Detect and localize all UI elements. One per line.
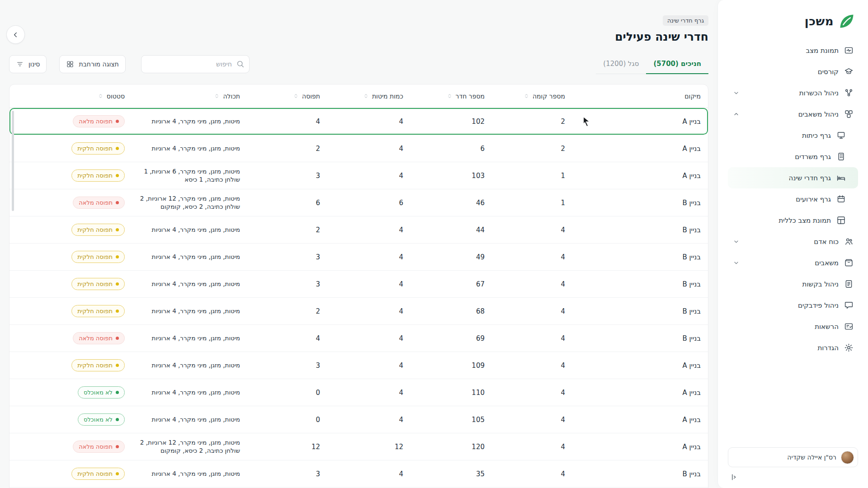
- cell-status: תפוסה מלאה: [9, 115, 132, 127]
- table-row[interactable]: בניין B44943מיטות, מזגן, מיני מקרר, 4 אר…: [9, 244, 708, 271]
- cell-room-number: 103: [410, 172, 492, 180]
- sidebar-item[interactable]: ניהול פידבקים: [728, 295, 858, 316]
- sort-icon[interactable]: [363, 93, 369, 99]
- status-label: תפוסה חלקית: [77, 281, 113, 287]
- cell-status: לא מאוכלס: [9, 386, 132, 399]
- cell-beds: 4: [327, 334, 410, 343]
- cell-contents: מיטות, מזגן, מיני מקרר, 4 ארוניות: [132, 145, 247, 153]
- status-badge: תפוסה מלאה: [73, 441, 125, 453]
- cell-location: בניין A: [572, 361, 708, 370]
- status-label: תפוסה חלקית: [77, 253, 113, 260]
- expanded-view-button[interactable]: תצוגה מורחבת: [59, 55, 125, 73]
- sidebar-item[interactable]: תמונת מצב: [728, 40, 858, 61]
- table-row[interactable]: בניין A41201212מיטות, מזגן, מיני מקרר, 1…: [9, 433, 708, 460]
- table-row[interactable]: בניין A2642מיטות, מזגן, מיני מקרר, 4 ארו…: [9, 135, 708, 162]
- chevron-down-icon[interactable]: [732, 259, 740, 267]
- filter-icon: [16, 60, 24, 68]
- status-label: תפוסה מלאה: [79, 199, 113, 206]
- sidebar-item[interactable]: גרף משרדים: [728, 146, 858, 167]
- app-root: משכן תמונת מצבקורסיםניהול הכשרותניהול מש…: [0, 0, 868, 488]
- column-header: מיקום: [572, 93, 708, 100]
- cell-location: בניין B: [572, 199, 708, 207]
- cell-room-number: 68: [410, 307, 492, 315]
- sidebar-item-label: גרף כיתות: [802, 131, 831, 140]
- cell-room-number: 67: [410, 280, 492, 288]
- sort-icon[interactable]: [447, 93, 453, 99]
- sidebar-item-label: גרף אירועים: [796, 195, 831, 203]
- cell-room-number: 109: [410, 361, 492, 370]
- user-chip[interactable]: רס"ן איילה שקדיה: [728, 447, 858, 467]
- table-row[interactable]: בניין A210244מיטות, מזגן, מיני מקרר, 4 א…: [9, 108, 708, 135]
- table-row[interactable]: בניין B46944מיטות, מזגן, מיני מקרר, 4 אר…: [9, 325, 708, 352]
- chevron-down-icon[interactable]: [732, 89, 740, 97]
- table-row[interactable]: בניין B46842מיטות, מזגן, מיני מקרר, 4 אר…: [9, 298, 708, 325]
- cell-contents: מיטות, מזגן, מיני מקרר, 4 ארוניות: [132, 280, 247, 288]
- cell-location: בניין B: [572, 226, 708, 234]
- table-body: בניין A210244מיטות, מזגן, מיני מקרר, 4 א…: [9, 108, 708, 488]
- sort-icon[interactable]: [524, 93, 529, 99]
- sidebar-item[interactable]: גרף כיתות: [728, 125, 858, 146]
- sidebar-item[interactable]: תמונת מצב כללית: [728, 210, 858, 231]
- column-header[interactable]: מספר קומה: [492, 93, 572, 100]
- table-row[interactable]: בניין B44442מיטות, מזגן, מיני מקרר, 4 אר…: [9, 216, 708, 244]
- sidebar-item[interactable]: ניהול הכשרות: [728, 82, 858, 103]
- table-row[interactable]: בניין A110343מיטות, מזגן, מיני מקרר, 6 א…: [9, 162, 708, 189]
- table-row[interactable]: בניין B14666מיטות, מזגן, מיני מקרר, 12 א…: [9, 189, 708, 216]
- status-label: תפוסה חלקית: [77, 172, 113, 179]
- table-row[interactable]: בניין B43543מיטות, מזגן, מיני מקרר, 4 אר…: [9, 460, 708, 488]
- column-header[interactable]: תפוסה: [247, 93, 327, 100]
- chevron-down-icon[interactable]: [732, 238, 740, 245]
- cell-room-number: 69: [410, 334, 492, 343]
- column-label: תכולה: [223, 93, 240, 100]
- filter-button[interactable]: סינון: [9, 55, 47, 73]
- sidebar-collapse-icon[interactable]: [730, 473, 739, 482]
- chevron-up-icon[interactable]: [732, 110, 740, 118]
- sidebar-item[interactable]: קורסים: [728, 61, 858, 82]
- search-input[interactable]: [141, 55, 250, 73]
- sidebar-item[interactable]: כוח אדם: [728, 231, 858, 252]
- breadcrumb: גרף חדרי שינה: [663, 15, 708, 26]
- status-dot: [116, 228, 119, 231]
- table-scrollbar[interactable]: [12, 111, 14, 211]
- cell-floor: 4: [492, 361, 572, 370]
- sort-icon[interactable]: [98, 93, 104, 99]
- status-badge: תפוסה חלקית: [71, 251, 125, 263]
- cell-occupancy: 2: [247, 226, 327, 234]
- status-dot: [116, 337, 119, 340]
- cell-location: בניין B: [572, 470, 708, 478]
- table-row[interactable]: בניין B46743מיטות, מזגן, מיני מקרר, 4 אר…: [9, 271, 708, 298]
- status-badge: תפוסה מלאה: [73, 197, 125, 209]
- sidebar-item[interactable]: גרף חדרי שינה: [728, 167, 858, 188]
- sidebar-item[interactable]: הגדרות: [728, 337, 858, 358]
- sort-icon[interactable]: [293, 93, 299, 99]
- status-badge: לא מאוכלס: [78, 386, 125, 399]
- sidebar-item[interactable]: ניהול משאבים: [728, 103, 858, 125]
- table-row[interactable]: בניין A410540מיטות, מזגן, מיני מקרר, 4 א…: [9, 406, 708, 433]
- table-row[interactable]: בניין A411040מיטות, מזגן, מיני מקרר, 4 א…: [9, 379, 708, 406]
- tab-trainees[interactable]: חניכים (5700): [646, 54, 708, 74]
- column-label: מספר חדר: [456, 93, 485, 100]
- toolbar: חניכים (5700) סגל (1200) תצוגה מורחבת סי…: [0, 54, 717, 74]
- sidebar-item[interactable]: גרף אירועים: [728, 188, 858, 210]
- cell-beds: 4: [327, 117, 410, 126]
- sidebar-item[interactable]: ניהול בקשות: [728, 273, 858, 295]
- cell-status: לא מאוכלס: [9, 413, 132, 426]
- cell-beds: 4: [327, 307, 410, 315]
- cell-beds: 6: [327, 199, 410, 207]
- column-header[interactable]: כמות מיטות: [327, 93, 410, 100]
- expanded-view-label: תצוגה מורחבת: [79, 61, 118, 68]
- status-badge: תפוסה חלקית: [71, 169, 125, 182]
- back-button[interactable]: [6, 25, 25, 44]
- column-header[interactable]: מספר חדר: [410, 93, 492, 100]
- sidebar-item[interactable]: הרשאות: [728, 316, 858, 337]
- column-header[interactable]: תכולה: [132, 93, 247, 100]
- status-label: תפוסה מלאה: [79, 118, 113, 125]
- sort-icon[interactable]: [214, 93, 220, 99]
- settings-icon: [844, 343, 854, 352]
- cell-room-number: 105: [410, 416, 492, 424]
- column-header[interactable]: סטטוס: [9, 93, 132, 100]
- overview-icon: [836, 216, 846, 225]
- tab-staff[interactable]: סגל (1200): [596, 54, 646, 74]
- table-row[interactable]: בניין A410943מיטות, מזגן, מיני מקרר, 4 א…: [9, 352, 708, 379]
- sidebar-item[interactable]: משאבים: [728, 252, 858, 273]
